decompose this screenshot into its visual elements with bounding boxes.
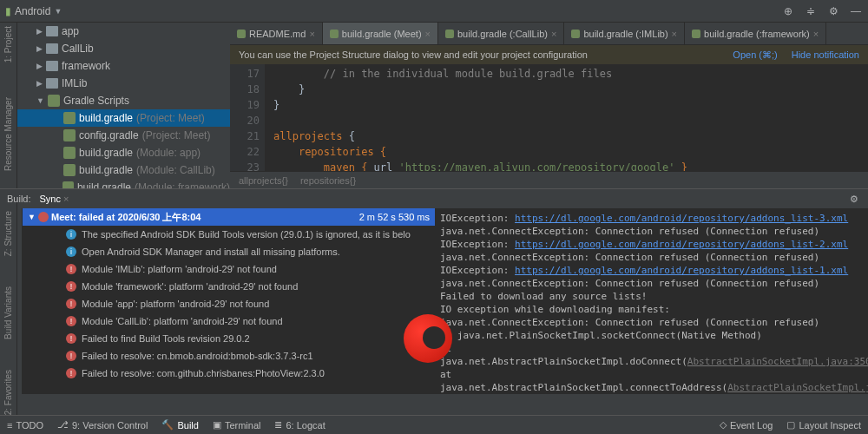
gradle-icon xyxy=(48,95,60,107)
line-gutter: 17181920212223242526 xyxy=(230,64,265,171)
gradle-icon xyxy=(63,112,76,124)
gradle-icon xyxy=(63,164,76,176)
editor-tab[interactable]: build.gradle (:framework)× xyxy=(685,23,826,44)
close-icon[interactable]: × xyxy=(425,29,431,39)
build-panel: Build: Sync × ⚙ ↻ ⬚ ▼ Meet: failed at 20… xyxy=(0,188,868,394)
sync-message[interactable]: !Module 'IMLib': platform 'android-29' n… xyxy=(23,260,435,278)
tree-row[interactable]: build.gradle (Project: Meet) xyxy=(17,109,230,127)
build-console[interactable]: IOException: https://dl.google.com/andro… xyxy=(435,208,868,394)
project-view-selector[interactable]: ▮ Android ▼ xyxy=(5,5,62,17)
editor-tab[interactable]: build.gradle (Meet)× xyxy=(323,23,438,44)
tool-resource-mgr[interactable]: Resource Manager xyxy=(3,97,13,171)
tool-favorites[interactable]: 2: Favorites xyxy=(3,370,13,415)
editor-tab[interactable]: build.gradle (:IMLib)× xyxy=(564,23,685,44)
tree-row[interactable]: config.gradle (Project: Meet) xyxy=(17,127,230,144)
tree-row[interactable]: build.gradle (Module: app) xyxy=(17,144,230,161)
sync-message[interactable]: !Module 'CallLib': platform 'android-29'… xyxy=(23,312,435,330)
sync-message[interactable]: iOpen Android SDK Manager and install al… xyxy=(23,243,435,260)
crumb[interactable]: repositories{} xyxy=(300,175,356,186)
config-banner: You can use the Project Structure dialog… xyxy=(230,45,868,64)
sync-message[interactable]: !Failed to find Build Tools revision 29.… xyxy=(23,330,435,347)
watermark-logo xyxy=(404,314,452,363)
editor-tabs: README.md×build.gradle (Meet)×build.grad… xyxy=(230,23,868,45)
tool-build-variants[interactable]: Build Variants xyxy=(3,286,13,339)
error-icon: ! xyxy=(66,299,76,309)
gradle-icon xyxy=(62,181,74,188)
tree-row[interactable]: ▶IMLib xyxy=(17,75,230,92)
banner-hide[interactable]: Hide notification xyxy=(792,49,859,61)
close-icon[interactable]: × xyxy=(309,29,314,39)
code-lines[interactable]: // in the individual module build.gradle… xyxy=(265,64,868,171)
error-icon: ! xyxy=(66,281,76,292)
status-vcs[interactable]: ⎇ 9: Version Control xyxy=(57,419,148,431)
info-icon: i xyxy=(66,247,76,257)
editor-tab[interactable]: build.gradle (:CallLib)× xyxy=(438,23,564,44)
tool-project[interactable]: 1: Project xyxy=(3,26,13,62)
sync-message[interactable]: !Module 'framework': platform 'android-2… xyxy=(23,278,435,295)
banner-text: You can use the Project Structure dialog… xyxy=(239,49,588,60)
project-toolbar: ▮ Android ▼ ⊕ ≑ ⚙ — xyxy=(0,0,868,23)
sync-tab[interactable]: Sync × xyxy=(40,194,69,204)
sync-message[interactable]: !Failed to resolve: com.github.chrisbane… xyxy=(23,365,435,382)
sync-message[interactable]: iThe specified Android SDK Build Tools v… xyxy=(23,226,435,243)
banner-open[interactable]: Open (⌘;) xyxy=(733,49,777,61)
error-icon: ! xyxy=(66,351,76,361)
status-layout[interactable]: ▢ Layout Inspect xyxy=(786,419,861,431)
target-icon[interactable]: ⊕ xyxy=(781,4,795,18)
tool-structure[interactable]: Z: Structure xyxy=(3,211,13,256)
tree-row[interactable]: build.gradle (Module: framework) xyxy=(17,179,230,188)
info-icon: i xyxy=(66,229,76,240)
folder-icon xyxy=(46,78,58,89)
file-icon xyxy=(237,30,246,38)
close-icon[interactable]: × xyxy=(551,29,556,39)
error-icon: ! xyxy=(66,333,76,344)
tree-row[interactable]: ▶CallLib xyxy=(17,40,230,57)
file-icon xyxy=(445,30,454,38)
close-icon[interactable]: × xyxy=(672,29,677,39)
status-todo[interactable]: ≡ TODO xyxy=(7,420,43,431)
file-icon xyxy=(571,30,580,38)
status-build[interactable]: 🔨 Build xyxy=(161,419,198,431)
left-tool-strip-lower: Z: Structure Build Variants 2: Favorites xyxy=(0,202,17,415)
status-eventlog[interactable]: ◇ Event Log xyxy=(720,419,773,431)
folder-icon xyxy=(46,26,58,36)
tree-row[interactable]: ▶framework xyxy=(17,57,230,75)
collapse-icon[interactable]: ≑ xyxy=(804,4,818,18)
code-editor[interactable]: 17181920212223242526 // in the individua… xyxy=(230,64,868,171)
tree-row[interactable]: ▼Gradle Scripts xyxy=(17,92,230,109)
status-logcat[interactable]: ≣ 6: Logcat xyxy=(274,419,325,431)
close-icon[interactable]: × xyxy=(813,29,819,39)
status-terminal[interactable]: ▣ Terminal xyxy=(213,419,261,431)
sync-message[interactable]: !Failed to resolve: cn.bmob.android:bmob… xyxy=(23,347,435,365)
left-tool-strip: 1: Project Resource Manager xyxy=(0,23,17,188)
error-icon: ! xyxy=(66,316,76,326)
file-icon xyxy=(692,30,700,38)
folder-icon xyxy=(46,43,58,54)
gradle-icon xyxy=(63,147,76,159)
sync-header[interactable]: ▼ Meet: failed at 2020/6/30 上午8:04 2 m 5… xyxy=(23,208,435,226)
gradle-icon xyxy=(63,129,76,141)
gear-icon[interactable]: ⚙ xyxy=(826,4,840,18)
editor-tab[interactable]: README.md× xyxy=(230,23,323,44)
panel-gear-icon[interactable]: ⚙ xyxy=(847,192,861,206)
tree-row[interactable]: build.gradle (Module: CallLib) xyxy=(17,161,230,179)
sync-message[interactable]: !Module 'app': platform 'android-29' not… xyxy=(23,295,435,312)
code-breadcrumb: allprojects{} repositories{} xyxy=(230,171,868,188)
error-icon: ! xyxy=(66,368,76,378)
project-tree: ▶app▶CallLib▶framework▶IMLib▼Gradle Scri… xyxy=(17,23,230,188)
folder-icon xyxy=(46,61,58,71)
hide-icon[interactable]: — xyxy=(849,4,863,18)
error-icon: ! xyxy=(66,264,76,274)
status-bar: ≡ TODO ⎇ 9: Version Control 🔨 Build ▣ Te… xyxy=(0,415,868,434)
tree-row[interactable]: ▶app xyxy=(17,23,230,40)
crumb[interactable]: allprojects{} xyxy=(239,175,288,186)
file-icon xyxy=(330,30,339,38)
